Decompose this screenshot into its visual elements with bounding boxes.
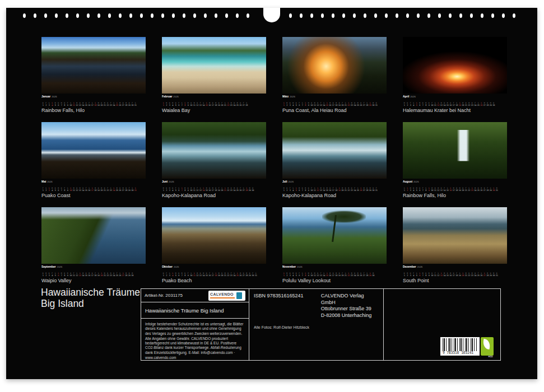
photo-caption: Waialea Bay [162,108,266,113]
month-cell-april: April2026 M1D2F3S4S5M6D7M8D9F10S11S12M13… [403,37,507,115]
calvendo-logo-mark-icon [236,292,242,299]
publisher-address: CALVENDO Verlag GmbH Ottobrunner Straße … [321,293,379,319]
photo-thumbnail [282,207,387,264]
photo-thumbnail [282,122,387,179]
photo-caption: Waipio Valley [41,278,146,283]
calvendo-logo-text: CALVENDO [210,292,235,296]
photo-caption: Rainbow Falls, Hilo [41,108,146,113]
photo-caption: Polulu Valley Lookout [282,278,387,283]
month-label: Juni2026 [162,180,226,184]
month-label: Januar2026 [41,95,106,99]
month-label: Mai2026 [41,180,106,184]
photo-thumbnail [41,122,146,179]
photo-thumbnail [403,122,507,179]
photo-credit: Alle Fotos: Rolf-Dieter Hitzbleck [254,325,351,330]
photo-thumbnail [41,207,146,264]
publisher-city: D-82008 Unterhaching [321,312,372,318]
article-number: Artikel-Nr. 2031175 [145,293,183,298]
calendar-title-cell: Hawaiianische Träume Big Island [141,302,249,319]
calvendo-logo: CALVENDO [208,291,245,301]
photo-caption: Kapoho-Kalapana Road [282,193,387,198]
photo-caption: Kapoho-Kalapana Road [162,193,266,198]
mini-month-days: F1S2S3M4D5M6D7F8S9S10M11D12M13D14F15S16S… [41,185,94,192]
barcode: 9 783516 165241 [440,337,480,356]
month-label: Oktober2026 [162,265,226,269]
photo-caption: Puna Coast, Ala Heiau Road [282,108,387,113]
publisher-street: Ottobrunner Straße 39 [321,306,371,311]
publisher-info-table: Artikel-Nr. 2031175 CALVENDO Hawaiianisc… [141,288,501,361]
photo-caption: Puako Coast [41,193,146,198]
mini-month-days: M1D2M3D4F5S6S7M8D9M10D11F12S13S14M15D16M… [162,185,214,192]
month-label: März2026 [282,95,347,99]
calendar-back-page: Januar2026 D1F2S3S4M5D6M7D8F9S10S11M12D1… [6,8,537,379]
month-cell-februar: Februar2026 S1M2D3M4D5F6S7S8M9D10M11D12F… [162,37,266,115]
legal-text: Infolge bestehender Schutzrechte ist es … [145,322,245,360]
mini-month-days: M1D2F3S4S5M6D7M8D9F10S11S12M13D14M15D16F… [403,100,455,106]
month-cell-mai: Mai2026 F1S2S3M4D5M6D7F8S9S10M11D12M13D1… [41,122,146,200]
month-label: Februar2026 [162,95,226,99]
barcode-digits: 9 783516 165241 [443,351,466,355]
mini-month-days: S1M2D3M4D5F6S7S8M9D10M11D12F13S14S15M16D… [162,100,214,106]
calvendo-logo-tagline [210,297,235,298]
month-cell-juni: Juni2026 M1D2M3D4F5S6S7M8D9M10D11F12S13S… [162,122,266,200]
month-cell-maerz: März2026 S1M2D3M4D5F6S7S8M9D10M11D12F13S… [282,37,387,115]
page-title-line1: Hawaiianische Träume [41,287,140,298]
page-title-line2: Big Island [41,298,140,309]
month-cell-oktober: Oktober2026 D1F2S3S4M5D6M7D8F9S10S11M12D… [162,207,266,285]
mini-month-days: D1M2D3F4S5S6M7D8M9D10F11S12S13M14D15M16D… [403,270,455,277]
photo-thumbnail [403,207,507,264]
month-cell-november: November2026 S1M2D3M4D5F6S7S8M9D10M11D12… [282,207,387,285]
month-cell-juli: Juli2026 M1D2F3S4S5M6D7M8D9F10S11S12M13D… [282,122,387,200]
mini-month-days: S1M2D3M4D5F6S7S8M9D10M11D12F13S14S15M16D… [282,100,334,106]
mini-month-days: S1M2D3M4D5F6S7S8M9D10M11D12F13S14S15M16D… [282,270,334,277]
month-cell-dezember: Dezember2026 D1M2D3F4S5S6M7D8M9D10F11S12… [403,207,507,285]
photo-caption: Halemaumau Krater bei Nacht [403,108,507,113]
month-cell-januar: Januar2026 D1F2S3S4M5D6M7D8F9S10S11M12D1… [41,37,146,115]
month-cell-august: August2026 S1S2M3D4M5D6F7S8S9M10D11M12D1… [403,122,507,200]
eco-leaf-icon [482,339,491,349]
info-column-isbn: ISBN 9783516165241 CALVENDO Verlag GmbH … [249,289,384,360]
isbn: ISBN 9783516165241 [254,293,321,319]
mini-month-days: M1D2F3S4S5M6D7M8D9F10S11S12M13D14M15D16F… [282,185,334,192]
month-label: Dezember2026 [403,265,467,269]
photo-thumbnail [162,37,266,94]
eco-label: eco [489,355,493,358]
photo-caption: Puako Beach [162,278,266,283]
photo-thumbnail [403,37,507,94]
page-title: Hawaiianische Träume Big Island [41,287,140,309]
hanger-notch [263,8,280,22]
month-label: November2026 [282,265,347,269]
mini-month-days: D1M2D3F4S5S6M7D8M9D10F11S12S13M14D15M16D… [41,270,94,277]
photo-thumbnail [162,122,266,179]
photo-caption: South Point [403,278,507,283]
photo-caption: Rainbow Falls, Hilo [403,193,507,198]
mini-month-days: D1F2S3S4M5D6M7D8F9S10S11M12D13M14D15F16S… [41,100,94,106]
photo-thumbnail [41,37,146,94]
photo-thumbnail [162,207,266,264]
info-column-article: Artikel-Nr. 2031175 CALVENDO Hawaiianisc… [141,289,249,360]
month-label: April2026 [403,95,467,99]
eco-badge: eco [481,337,494,356]
info-column-barcode: 9 783516 165241 eco [384,289,500,360]
month-label: August2026 [403,180,467,184]
mini-month-days: D1F2S3S4M5D6M7D8F9S10S11M12D13M14D15F16S… [162,270,214,277]
publisher-name: CALVENDO Verlag GmbH [321,293,364,305]
month-label: Juli2026 [282,180,347,184]
month-label: September2026 [41,265,106,269]
photo-thumbnail [282,37,387,94]
mini-month-days: S1S2M3D4M5D6F7S8S9M10D11M12D13F14S15S16M… [403,185,455,192]
barcode-bars [443,338,477,351]
month-thumbnail-grid: Januar2026 D1F2S3S4M5D6M7D8F9S10S11M12D1… [41,37,507,285]
month-cell-september: September2026 D1M2D3F4S5S6M7D8M9D10F11S1… [41,207,146,285]
